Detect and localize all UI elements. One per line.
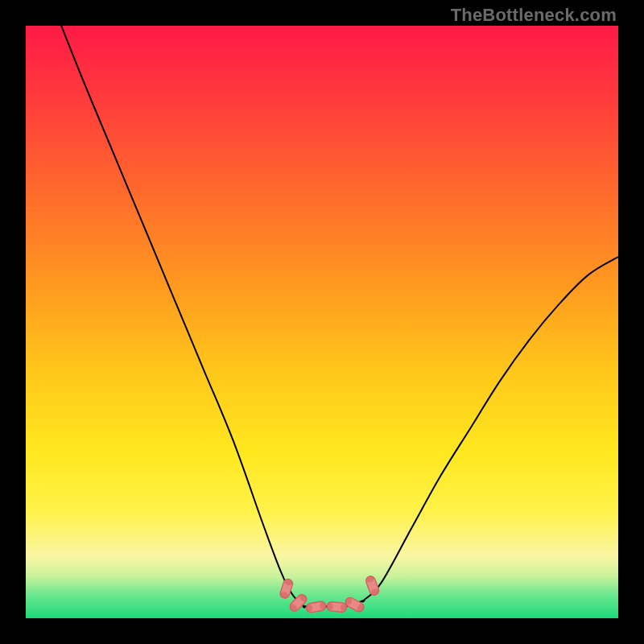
valley-marker-3 <box>327 601 347 612</box>
valley-marker-1 <box>288 592 308 613</box>
valley-marker-2 <box>306 601 327 613</box>
bottleneck-curve <box>61 26 618 607</box>
chart-frame: TheBottleneck.com <box>0 0 644 644</box>
valley-markers <box>279 575 380 613</box>
valley-marker-4 <box>344 596 365 613</box>
watermark-text: TheBottleneck.com <box>451 5 617 26</box>
valley-marker-5 <box>365 575 380 597</box>
svg-rect-4 <box>288 592 308 613</box>
valley-marker-0 <box>279 578 294 600</box>
bottleneck-path <box>61 26 618 607</box>
curve-layer <box>26 26 618 618</box>
plot-area <box>26 26 618 618</box>
